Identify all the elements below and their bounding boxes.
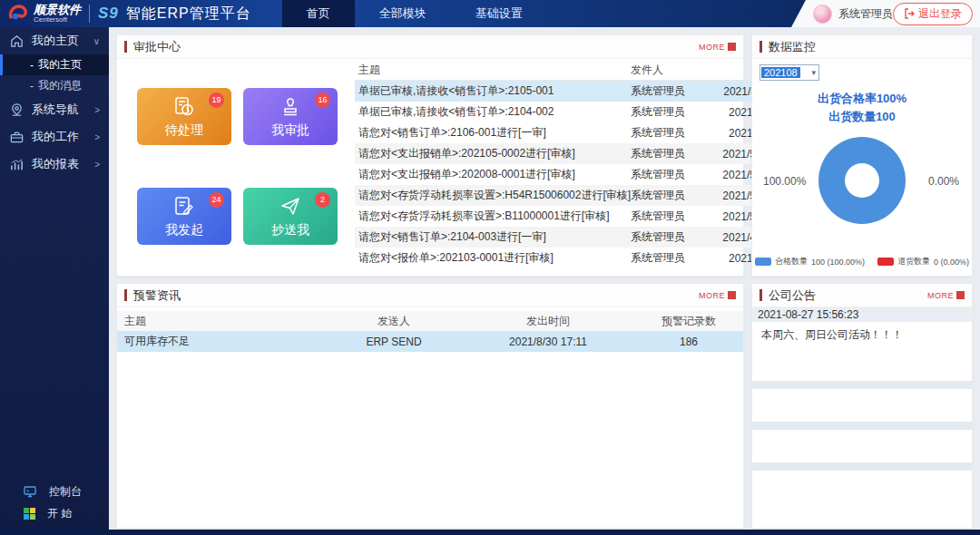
logout-label: 退出登录 — [918, 6, 962, 22]
accent-bar — [124, 41, 127, 53]
more-link[interactable]: MORE — [699, 291, 736, 300]
col-header-sender: 发送人 — [326, 314, 462, 329]
col-header-time: 发出时间 — [462, 314, 634, 329]
nav-tab-all-modules[interactable]: 全部模块 — [355, 0, 451, 27]
nav-tab-base-settings[interactable]: 基础设置 — [451, 0, 547, 27]
tile-cc-me[interactable]: 抄送我 2 — [243, 188, 338, 245]
announcement-content[interactable]: 本周六、周日公司活动！！！ — [752, 322, 972, 367]
chart-icon — [9, 157, 24, 172]
monitor-body: 202108 ▾ 出货合格率100% 出货数量100 100.00% 0.00%… — [752, 59, 972, 276]
main-content: 审批中心 MORE 待处理 19 — [109, 27, 980, 535]
table-row[interactable]: 请您对<销售订单>:2104-003进行[一审] 系统管理员 2021/4/23… — [355, 227, 805, 248]
cell-sender: 系统管理员 — [631, 209, 710, 224]
product-name: 智能ERP管理平台 — [126, 5, 251, 24]
announcement-datetime: 2021-08-27 15:56:23 — [752, 307, 972, 322]
product-logo: S9 — [98, 5, 119, 23]
announcement-row-placeholder — [752, 471, 972, 503]
announcement-row-placeholder — [752, 389, 972, 422]
sidebar-item-my-work[interactable]: 我的工作 > — [0, 123, 109, 151]
table-row[interactable]: 请您对<支出报销单>:202008-0001进行[审核] 系统管理员 2021/… — [355, 164, 805, 185]
table-row[interactable]: 可用库存不足 ERP SEND 2021/8/30 17:11 186 — [117, 331, 743, 352]
approval-tiles: 待处理 19 我审批 16 — [117, 59, 351, 276]
nav-tab-home[interactable]: 首页 — [282, 0, 355, 27]
sidebar: 我的主页 ∨ - 我的主页 - 我的消息 系统导航 > 我的工作 — [0, 27, 109, 535]
legend-label: 合格数量 — [775, 256, 808, 268]
cell-subject: 请您对<报价单>:202103-0001进行[审核] — [355, 250, 631, 266]
cell-sender: 系统管理员 — [631, 125, 710, 141]
legend-value: 100 (100.00%) — [811, 258, 865, 267]
badge-count: 2 — [315, 192, 330, 208]
cell-subject: 请您对<存货浮动耗损率设置>:B11000001进行[审核] — [355, 209, 631, 224]
sidebar-subitem-label: 我的主页 — [38, 57, 82, 73]
briefcase-icon — [9, 130, 24, 145]
centersoft-logo-icon — [7, 3, 29, 24]
cell-subject: 请您对<支出报销单>:202008-0001进行[审核] — [355, 167, 631, 182]
sidebar-subitem-my-home[interactable]: - 我的主页 — [0, 54, 109, 75]
legend-label: 退货数量 — [897, 256, 930, 268]
legend-swatch-blue — [755, 258, 771, 266]
accent-bar — [124, 289, 127, 301]
more-label: MORE — [927, 291, 954, 300]
table-row[interactable]: 请您对<报价单>:202103-0001进行[审核] 系统管理员 2021/3/… — [355, 248, 805, 268]
cell-subject: 请您对<存货浮动耗损率设置>:H54R15006002进行[审核] — [355, 188, 631, 203]
sidebar-item-system-nav[interactable]: 系统导航 > — [0, 96, 109, 123]
table-row[interactable]: 请您对<存货浮动耗损率设置>:H54R15006002进行[审核] 系统管理员 … — [355, 185, 805, 206]
header-divider — [89, 5, 90, 23]
tile-pending[interactable]: 待处理 19 — [137, 88, 231, 145]
sidebar-subitem-my-messages[interactable]: - 我的消息 — [0, 75, 109, 96]
donut-chart — [818, 137, 906, 224]
logout-icon — [904, 8, 915, 19]
col-header-subject: 主题 — [117, 314, 326, 329]
table-row[interactable]: 请您对<支出报销单>:202105-0002进行[审核] 系统管理员 2021/… — [355, 143, 805, 164]
more-link[interactable]: MORE — [927, 291, 965, 300]
username: 系统管理员 — [838, 6, 893, 22]
table-row[interactable]: 请您对<存货浮动耗损率设置>:B11000001进行[审核] 系统管理员 202… — [355, 206, 805, 227]
legend-item-pass: 合格数量 100 (100.00%) — [755, 256, 865, 268]
avatar[interactable] — [813, 5, 832, 24]
table-row[interactable]: 单据已审核,请接收<销售订单>:2104-002 系统管理员 2021/8/5 … — [355, 102, 805, 122]
start-icon — [24, 508, 35, 520]
start-label: 开 始 — [47, 506, 72, 521]
panel-title: 数据监控 — [769, 39, 816, 55]
tile-label: 抄送我 — [271, 222, 309, 238]
panel-header: 公司公告 MORE — [752, 284, 972, 307]
panel-title: 预警资讯 — [133, 287, 181, 304]
tile-label: 待处理 — [165, 122, 203, 139]
sidebar-item-my-reports[interactable]: 我的报表 > — [0, 151, 109, 178]
table-row[interactable]: 请您对<销售订单>:2106-001进行[一审] 系统管理员 2021/6/5 … — [355, 122, 805, 143]
legend-value: 0 (0.00%) — [934, 258, 969, 267]
cell-sender: 系统管理员 — [631, 229, 710, 245]
sidebar-subitem-label: 我的消息 — [38, 78, 82, 93]
tile-label: 我审批 — [271, 122, 309, 139]
badge-count: 16 — [315, 92, 330, 108]
col-header-count: 预警记录数 — [634, 314, 743, 329]
cell-subject: 单据已审核,请接收<销售订单>:2105-001 — [355, 83, 631, 99]
console-button[interactable]: 控制台 — [0, 481, 109, 502]
col-header-sender: 发件人 — [631, 63, 710, 78]
table-row[interactable]: 单据已审核,请接收<销售订单>:2105-001 系统管理员 2021/8/14… — [355, 81, 805, 102]
tile-my-initiated[interactable]: 我发起 24 — [137, 188, 231, 245]
home-icon — [9, 34, 24, 49]
cell-subject: 请您对<支出报销单>:202105-0002进行[审核] — [355, 146, 631, 161]
start-button[interactable]: 开 始 — [0, 502, 109, 524]
sidebar-item-label: 系统导航 — [32, 102, 79, 118]
bottom-bar — [0, 530, 980, 535]
badge-count: 19 — [209, 92, 224, 108]
top-header: 顺景软件 Centersoft S9 智能ERP管理平台 首页 全部模块 基础设… — [0, 0, 980, 27]
tile-my-approvals[interactable]: 我审批 16 — [243, 88, 338, 145]
shipment-qty-text: 出货数量100 — [752, 108, 972, 126]
period-select[interactable]: 202108 ▾ — [760, 64, 819, 81]
logout-button[interactable]: 退出登录 — [893, 3, 973, 25]
donut-label-left: 100.00% — [763, 175, 806, 188]
badge-count: 24 — [209, 192, 224, 208]
console-label: 控制台 — [49, 484, 82, 500]
sidebar-item-my-home[interactable]: 我的主页 ∨ — [0, 27, 109, 54]
more-link[interactable]: MORE — [699, 43, 736, 52]
cell-sender: 系统管理员 — [631, 188, 710, 203]
cell-subject: 请您对<销售订单>:2104-003进行[一审] — [355, 229, 631, 245]
sidebar-footer: 控制台 开 始 — [0, 481, 109, 524]
announcement-spacer — [752, 367, 972, 381]
legend-item-return: 退货数量 0 (0.00%) — [877, 256, 969, 268]
cell-sender: 系统管理员 — [631, 104, 710, 120]
cell-sender: 系统管理员 — [631, 83, 710, 99]
